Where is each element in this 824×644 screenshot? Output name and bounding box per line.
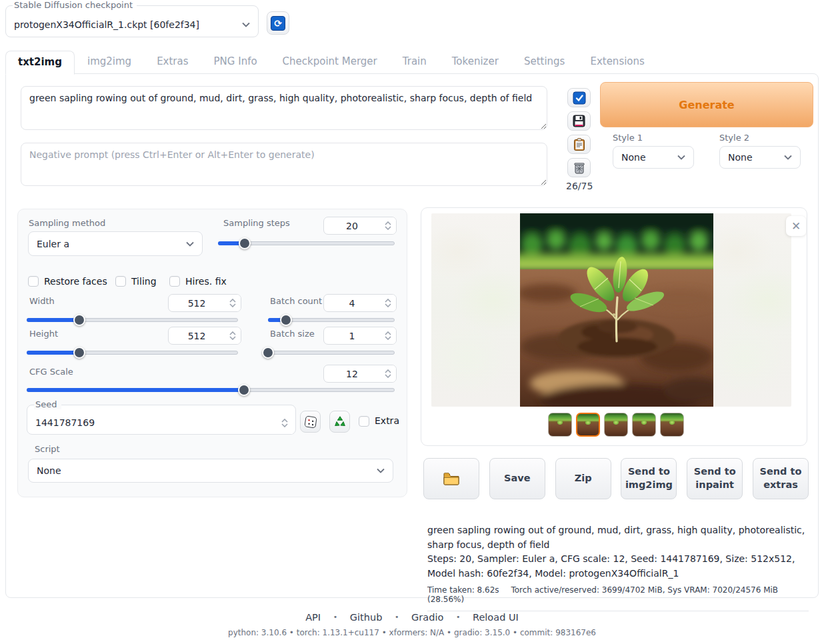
slider-thumb[interactable] bbox=[280, 314, 292, 326]
hires-fix-checkbox[interactable] bbox=[169, 276, 180, 287]
slider-thumb[interactable] bbox=[73, 347, 85, 359]
send-extras-label: Send to extras bbox=[756, 465, 805, 491]
cfg-scale-input[interactable]: 12 bbox=[323, 365, 397, 383]
prompt-input[interactable]: green sapling rowing out of ground, mud,… bbox=[21, 86, 547, 130]
reuse-seed-button[interactable] bbox=[329, 411, 350, 433]
seed-label: Seed bbox=[34, 399, 61, 409]
height-input[interactable]: 512 bbox=[168, 327, 241, 345]
footer-versions: python: 3.10.6 • torch: 1.13.1+cu117 • x… bbox=[0, 628, 824, 637]
time-taken-text: Time taken: 8.62s bbox=[427, 585, 499, 595]
random-seed-button[interactable] bbox=[300, 411, 321, 433]
thumbnail-3[interactable] bbox=[604, 413, 628, 437]
chevron-down-icon bbox=[186, 241, 194, 247]
gallery-blur-right[interactable] bbox=[713, 213, 791, 407]
extra-seed-label: Extra bbox=[375, 415, 399, 426]
interrupt-check-button[interactable] bbox=[567, 88, 591, 107]
checkpoint-dropdown[interactable]: protogenX34OfficialR_1.ckpt [60fe2f34] bbox=[6, 13, 258, 37]
tab-extras[interactable]: Extras bbox=[144, 50, 201, 74]
zip-button[interactable]: Zip bbox=[555, 458, 611, 499]
floppy-disk-icon bbox=[573, 115, 585, 127]
batch-count-slider[interactable] bbox=[268, 314, 395, 326]
restore-faces-label: Restore faces bbox=[44, 276, 107, 287]
open-folder-button[interactable] bbox=[423, 458, 479, 499]
sampling-steps-label: Sampling steps bbox=[223, 218, 290, 228]
restore-faces-checkbox[interactable] bbox=[28, 276, 39, 287]
batch-count-value: 4 bbox=[324, 298, 380, 309]
generate-button[interactable]: Generate bbox=[600, 82, 813, 127]
footer-link-api[interactable]: API bbox=[305, 612, 321, 623]
hires-fix-option: Hires. fix bbox=[169, 276, 227, 287]
save-style-button[interactable] bbox=[567, 111, 591, 131]
stepper-arrows[interactable] bbox=[380, 217, 396, 234]
tab-tokenizer[interactable]: Tokenizer bbox=[439, 50, 511, 74]
stepper-arrows[interactable] bbox=[380, 327, 396, 344]
info-prompt-text: green sapling rowing out of ground, mud,… bbox=[427, 523, 809, 552]
stepper-arrows[interactable] bbox=[380, 365, 396, 382]
footer-link-reload-ui[interactable]: Reload UI bbox=[473, 612, 519, 623]
tab-train[interactable]: Train bbox=[390, 50, 439, 74]
info-params-text: Steps: 20, Sampler: Euler a, CFG scale: … bbox=[427, 552, 809, 581]
height-slider[interactable] bbox=[27, 347, 238, 359]
tab-settings[interactable]: Settings bbox=[511, 50, 578, 74]
tab-checkpoint-merger[interactable]: Checkpoint Merger bbox=[270, 50, 390, 74]
batch-size-label: Batch size bbox=[270, 329, 315, 339]
send-to-inpaint-button[interactable]: Send to inpaint bbox=[687, 458, 743, 499]
slider-thumb[interactable] bbox=[239, 237, 251, 249]
extra-seed-checkbox[interactable] bbox=[359, 416, 369, 427]
stepper-arrows[interactable] bbox=[225, 295, 241, 311]
cfg-scale-slider[interactable] bbox=[27, 384, 395, 396]
tiling-checkbox[interactable] bbox=[115, 276, 126, 287]
checkpoint-label: Stable Diffusion checkpoint bbox=[13, 0, 137, 10]
footer-link-gradio[interactable]: Gradio bbox=[411, 612, 443, 623]
batch-size-slider[interactable] bbox=[268, 347, 395, 359]
footer-link-github[interactable]: Github bbox=[350, 612, 383, 623]
thumbnail-5[interactable] bbox=[660, 413, 684, 437]
send-to-extras-button[interactable]: Send to extras bbox=[753, 458, 809, 499]
width-label: Width bbox=[29, 296, 55, 306]
sampling-steps-slider[interactable] bbox=[218, 237, 395, 249]
refresh-checkpoints-button[interactable]: ⟳ bbox=[267, 11, 289, 35]
blue-check-icon bbox=[573, 91, 586, 105]
stepper-arrows[interactable] bbox=[380, 295, 396, 311]
footer-separator: • bbox=[395, 613, 399, 621]
tab-png-info[interactable]: PNG Info bbox=[201, 50, 270, 74]
sampling-method-dropdown[interactable]: Euler a bbox=[28, 231, 203, 256]
negative-prompt-input[interactable] bbox=[21, 143, 547, 186]
cfg-scale-label: CFG Scale bbox=[29, 367, 73, 377]
clear-prompt-button[interactable] bbox=[567, 158, 591, 177]
style2-label: Style 2 bbox=[719, 133, 749, 143]
batch-count-input[interactable]: 4 bbox=[323, 294, 397, 312]
thumbnail-1[interactable] bbox=[548, 413, 572, 437]
sampling-steps-input[interactable]: 20 bbox=[323, 217, 397, 235]
apply-style-button[interactable] bbox=[567, 135, 591, 154]
width-slider[interactable] bbox=[27, 314, 238, 326]
close-gallery-button[interactable]: ✕ bbox=[786, 216, 806, 236]
send-to-img2img-button[interactable]: Send to img2img bbox=[621, 458, 677, 499]
slider-thumb[interactable] bbox=[238, 384, 250, 396]
seed-input[interactable]: 1441787169 bbox=[27, 411, 295, 434]
style1-label: Style 1 bbox=[613, 133, 643, 143]
refresh-icon: ⟳ bbox=[271, 16, 285, 31]
generated-image[interactable] bbox=[520, 213, 713, 407]
slider-thumb[interactable] bbox=[262, 347, 274, 359]
stepper-arrows[interactable] bbox=[277, 411, 293, 434]
thumbnail-2-selected[interactable] bbox=[576, 413, 600, 437]
tiling-option: Tiling bbox=[115, 276, 157, 287]
tab-extensions[interactable]: Extensions bbox=[577, 50, 657, 74]
slider-thumb[interactable] bbox=[73, 314, 85, 326]
restore-faces-option: Restore faces bbox=[28, 276, 107, 287]
gallery-blur-left[interactable] bbox=[431, 213, 520, 407]
generate-label: Generate bbox=[679, 99, 734, 111]
stepper-arrows[interactable] bbox=[225, 327, 241, 344]
save-button[interactable]: Save bbox=[489, 458, 545, 499]
style1-dropdown[interactable]: None bbox=[613, 146, 694, 169]
tab-txt2img[interactable]: txt2img bbox=[5, 51, 75, 75]
tab-img2img[interactable]: img2img bbox=[75, 50, 144, 74]
token-counter: 26/75 bbox=[566, 181, 593, 191]
trash-icon bbox=[573, 161, 585, 175]
style2-dropdown[interactable]: None bbox=[719, 146, 801, 169]
script-dropdown[interactable]: None bbox=[28, 459, 393, 483]
thumbnail-4[interactable] bbox=[632, 413, 656, 437]
width-input[interactable]: 512 bbox=[168, 294, 241, 312]
batch-size-input[interactable]: 1 bbox=[323, 327, 397, 345]
